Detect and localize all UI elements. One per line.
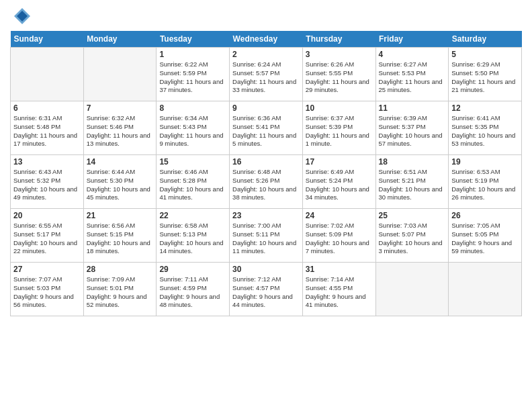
day-number: 31 [306,265,373,274]
day-cell: 15Sunrise: 6:46 AMSunset: 5:28 PMDayligh… [157,155,230,209]
day-detail: Sunrise: 6:32 AMSunset: 5:46 PMDaylight:… [87,114,154,148]
day-number: 13 [13,157,81,167]
day-detail: Sunrise: 6:48 AMSunset: 5:26 PMDaylight:… [232,168,300,202]
day-cell: 30Sunrise: 7:12 AMSunset: 4:57 PMDayligh… [230,263,303,316]
day-cell: 11Sunrise: 6:39 AMSunset: 5:37 PMDayligh… [375,101,449,155]
header-row: SundayMondayTuesdayWednesdayThursdayFrid… [11,31,522,48]
day-cell: 31Sunrise: 7:14 AMSunset: 4:55 PMDayligh… [302,263,375,316]
day-detail: Sunrise: 6:43 AMSunset: 5:32 PMDaylight:… [13,168,81,202]
day-detail: Sunrise: 7:14 AMSunset: 4:55 PMDaylight:… [306,275,373,310]
day-cell: 16Sunrise: 6:48 AMSunset: 5:26 PMDayligh… [230,155,303,209]
day-number: 15 [159,157,226,167]
day-cell: 19Sunrise: 6:53 AMSunset: 5:19 PMDayligh… [449,155,522,209]
day-number: 7 [87,103,154,113]
day-detail: Sunrise: 7:09 AMSunset: 5:01 PMDaylight:… [87,275,154,310]
day-detail: Sunrise: 6:36 AMSunset: 5:41 PMDaylight:… [232,114,300,148]
day-detail: Sunrise: 6:27 AMSunset: 5:53 PMDaylight:… [379,60,446,95]
day-cell: 6Sunrise: 6:31 AMSunset: 5:48 PMDaylight… [11,101,84,155]
day-number: 28 [87,265,154,274]
day-number: 2 [232,50,300,59]
calendar-table: SundayMondayTuesdayWednesdayThursdayFrid… [10,31,522,316]
day-detail: Sunrise: 6:51 AMSunset: 5:21 PMDaylight:… [379,168,446,202]
day-detail: Sunrise: 7:12 AMSunset: 4:57 PMDaylight:… [232,275,300,310]
day-number: 17 [306,157,373,167]
day-number: 4 [379,50,446,59]
day-detail: Sunrise: 6:56 AMSunset: 5:15 PMDaylight:… [87,222,154,256]
day-cell: 12Sunrise: 6:41 AMSunset: 5:35 PMDayligh… [449,101,522,155]
day-number: 24 [306,211,373,220]
day-detail: Sunrise: 6:26 AMSunset: 5:55 PMDaylight:… [306,60,373,95]
day-cell: 14Sunrise: 6:44 AMSunset: 5:30 PMDayligh… [83,155,157,209]
day-number: 21 [87,211,154,220]
day-detail: Sunrise: 6:44 AMSunset: 5:30 PMDaylight:… [87,168,154,202]
day-detail: Sunrise: 6:34 AMSunset: 5:43 PMDaylight:… [159,114,226,148]
day-detail: Sunrise: 6:22 AMSunset: 5:59 PMDaylight:… [159,60,226,95]
day-detail: Sunrise: 7:11 AMSunset: 4:59 PMDaylight:… [159,275,226,310]
weekday-header-friday: Friday [375,31,449,48]
main-container: SundayMondayTuesdayWednesdayThursdayFrid… [0,0,532,323]
day-detail: Sunrise: 6:55 AMSunset: 5:17 PMDaylight:… [13,222,81,256]
day-number: 1 [159,50,226,59]
weekday-header-tuesday: Tuesday [157,31,230,48]
day-cell: 28Sunrise: 7:09 AMSunset: 5:01 PMDayligh… [83,263,157,316]
day-number: 6 [13,103,81,113]
day-detail: Sunrise: 7:03 AMSunset: 5:07 PMDaylight:… [379,222,446,256]
header [10,7,522,26]
day-detail: Sunrise: 6:39 AMSunset: 5:37 PMDaylight:… [379,114,446,148]
day-number: 3 [306,50,373,59]
week-row-5: 27Sunrise: 7:07 AMSunset: 5:03 PMDayligh… [11,263,522,316]
day-number: 19 [451,157,519,167]
day-number: 27 [13,265,81,274]
day-number: 16 [232,157,300,167]
day-number: 18 [379,157,446,167]
day-cell: 29Sunrise: 7:11 AMSunset: 4:59 PMDayligh… [157,263,230,316]
day-number: 20 [13,211,81,220]
week-row-4: 20Sunrise: 6:55 AMSunset: 5:17 PMDayligh… [11,209,522,263]
weekday-header-sunday: Sunday [11,31,84,48]
weekday-header-wednesday: Wednesday [230,31,303,48]
day-number: 11 [379,103,446,113]
day-cell: 18Sunrise: 6:51 AMSunset: 5:21 PMDayligh… [375,155,449,209]
day-number: 5 [451,50,519,59]
day-cell: 22Sunrise: 6:58 AMSunset: 5:13 PMDayligh… [157,209,230,263]
day-cell: 26Sunrise: 7:05 AMSunset: 5:05 PMDayligh… [449,209,522,263]
day-cell: 1Sunrise: 6:22 AMSunset: 5:59 PMDaylight… [157,48,230,101]
day-detail: Sunrise: 6:49 AMSunset: 5:24 PMDaylight:… [306,168,373,202]
weekday-header-thursday: Thursday [302,31,375,48]
day-cell: 3Sunrise: 6:26 AMSunset: 5:55 PMDaylight… [302,48,375,101]
day-detail: Sunrise: 6:53 AMSunset: 5:19 PMDaylight:… [451,168,519,202]
day-number: 8 [159,103,226,113]
day-cell: 7Sunrise: 6:32 AMSunset: 5:46 PMDaylight… [83,101,157,155]
day-number: 26 [451,211,519,220]
day-cell [11,48,84,101]
day-cell: 5Sunrise: 6:29 AMSunset: 5:50 PMDaylight… [449,48,522,101]
day-detail: Sunrise: 6:58 AMSunset: 5:13 PMDaylight:… [159,222,226,256]
day-cell [449,263,522,316]
day-number: 12 [451,103,519,113]
day-cell: 27Sunrise: 7:07 AMSunset: 5:03 PMDayligh… [11,263,84,316]
day-detail: Sunrise: 7:00 AMSunset: 5:11 PMDaylight:… [232,222,300,256]
day-number: 25 [379,211,446,220]
day-cell: 24Sunrise: 7:02 AMSunset: 5:09 PMDayligh… [302,209,375,263]
day-cell: 4Sunrise: 6:27 AMSunset: 5:53 PMDaylight… [375,48,449,101]
weekday-header-saturday: Saturday [449,31,522,48]
day-number: 23 [232,211,300,220]
day-number: 10 [306,103,373,113]
day-detail: Sunrise: 6:41 AMSunset: 5:35 PMDaylight:… [451,114,519,148]
day-detail: Sunrise: 7:07 AMSunset: 5:03 PMDaylight:… [13,275,81,310]
week-row-2: 6Sunrise: 6:31 AMSunset: 5:48 PMDaylight… [11,101,522,155]
week-row-1: 1Sunrise: 6:22 AMSunset: 5:59 PMDaylight… [11,48,522,101]
day-number: 29 [159,265,226,274]
day-cell: 10Sunrise: 6:37 AMSunset: 5:39 PMDayligh… [302,101,375,155]
weekday-header-monday: Monday [83,31,157,48]
day-cell: 13Sunrise: 6:43 AMSunset: 5:32 PMDayligh… [11,155,84,209]
day-detail: Sunrise: 6:46 AMSunset: 5:28 PMDaylight:… [159,168,226,202]
day-detail: Sunrise: 7:05 AMSunset: 5:05 PMDaylight:… [451,222,519,256]
day-number: 9 [232,103,300,113]
logo [10,7,32,26]
day-cell [375,263,449,316]
day-detail: Sunrise: 6:24 AMSunset: 5:57 PMDaylight:… [232,60,300,95]
day-cell [83,48,157,101]
week-row-3: 13Sunrise: 6:43 AMSunset: 5:32 PMDayligh… [11,155,522,209]
day-detail: Sunrise: 7:02 AMSunset: 5:09 PMDaylight:… [306,222,373,256]
